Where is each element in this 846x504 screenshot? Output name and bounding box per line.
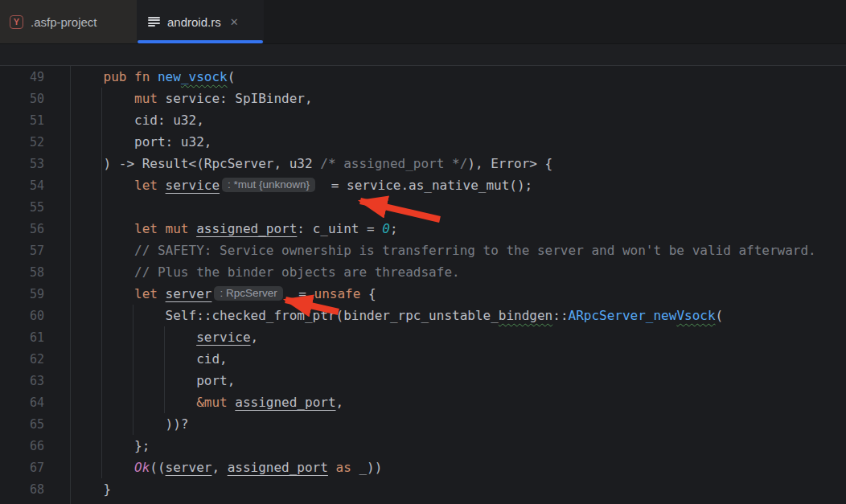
token [72,286,134,301]
line-number[interactable]: 61 [0,327,44,349]
token-number: 0 [382,221,390,236]
code-line[interactable]: 53 ) -> Result<(RpcServer, u32 /* assign… [0,153,846,174]
token-mutable-var: assigned_port [228,460,328,475]
token: = service.as_native_mut(); [323,178,532,193]
token: &mut [196,395,235,410]
sticky-header: 41impl RpcServer { [0,44,846,66]
token-mutable-var: service [196,330,250,345]
token: port: u32, [72,134,212,150]
code-line[interactable]: 65 ))? [0,413,846,435]
code-line[interactable]: 59 let server: RpcServer = unsafe { [0,283,846,305]
code-line[interactable]: 63 port, [0,370,846,391]
line-number[interactable]: 65 [0,414,44,436]
token: }; [72,438,150,453]
token: cid: u32, [72,113,204,128]
code-line[interactable]: 41impl RpcServer { [0,44,846,65]
token-typo-warning: _vsock [181,69,228,84]
token-comment: /* assigned_port */ [320,156,467,171]
token-mutable-var: assigned_port [235,395,335,410]
token: _)) [359,460,382,475]
token: as [328,460,359,475]
token: port, [72,373,235,388]
close-icon[interactable]: ✕ [230,17,239,27]
line-number[interactable]: 67 [0,457,44,479]
line-number[interactable]: 58 [0,262,44,284]
line-number[interactable]: 50 [0,88,44,110]
token-mutable-var: service [166,178,220,193]
code-line[interactable]: 68 } [0,478,846,500]
line-number[interactable]: 51 [0,110,44,132]
line-number[interactable]: 49 [0,67,44,88]
code-line[interactable]: 55 [0,196,846,218]
token [72,91,134,106]
line-number[interactable]: 64 [0,392,44,414]
token: let [134,178,166,193]
code-line[interactable]: 62 cid, [0,348,846,370]
ide-window: Y .asfp-project android.rs ✕ 41impl RpcS… [0,0,846,504]
line-number[interactable]: 62 [0,349,44,371]
token: :: [552,308,568,323]
token: cid, [72,351,228,367]
line-number[interactable]: 66 [0,436,44,457]
token: ), Error> { [467,156,552,171]
token: , [336,395,344,410]
token-mutable-var: assigned_port [196,221,297,236]
code-line[interactable]: 56 let mut assigned_port: c_uint = 0; [0,218,846,240]
token [72,330,196,345]
code-line[interactable]: 58 // Plus the binder objects are thread… [0,261,846,283]
token: ) -> Result<(RpcServer, u32 [72,156,320,171]
token-enum-variant: Ok [134,460,150,475]
line-number[interactable]: 68 [0,479,44,501]
code-line[interactable]: 52 port: u32, [0,131,846,153]
line-number[interactable]: 60 [0,305,44,327]
code-line[interactable]: 50 mut service: SpIBinder, [0,88,846,109]
line-number[interactable]: 56 [0,219,44,240]
code-line[interactable]: 64 &mut assigned_port, [0,391,846,413]
token [72,460,134,475]
token-comment: // SAFETY: Service ownership is transfer… [72,243,816,258]
code-line[interactable]: 49 pub fn new_vsock( [0,66,846,88]
token-comment: // Plus the binder objects are threadsaf… [72,264,460,280]
code-line[interactable]: 61 service, [0,326,846,348]
token: ))? [72,416,189,432]
token [72,69,104,84]
token: let mut [134,221,196,236]
token: (( [150,460,165,475]
line-number[interactable]: 55 [0,197,44,219]
line-number[interactable]: 59 [0,284,44,305]
token: : c_uint = [297,221,382,236]
token: = [291,286,314,301]
code-line[interactable]: 57 // SAFETY: Service ownership is trans… [0,240,846,261]
token: service: SpIBinder, [166,91,313,106]
line-number[interactable]: 53 [0,154,44,175]
line-number[interactable]: 63 [0,371,44,392]
token-mutable-var: server [166,460,212,475]
project-tab[interactable]: Y .asfp-project [0,0,137,43]
token [72,178,134,193]
token [72,221,134,236]
project-file-type-icon: Y [10,15,23,29]
token: mut [134,91,166,106]
token: Self::checked_from_ptr(binder_rpc_unstab… [72,308,499,323]
tab-bar: Y .asfp-project android.rs ✕ [0,0,846,44]
token: new [158,69,181,84]
token: ; [390,221,398,236]
line-number[interactable]: 57 [0,240,44,262]
token: ( [716,308,724,323]
file-icon [148,17,160,27]
line-number[interactable]: 52 [0,132,44,154]
code-editor[interactable]: 49 pub fn new_vsock( 50 mut service: SpI… [0,66,846,504]
type-hint-inlay[interactable]: : *mut {unknown} [222,178,315,192]
code-line[interactable]: 51 cid: u32, [0,109,846,131]
editor-tab-android-rs[interactable]: android.rs ✕ [137,0,264,43]
code-line[interactable]: 66 }; [0,435,846,457]
line-number[interactable]: 54 [0,175,44,197]
token-typo-warning: bindgen [499,308,552,323]
code-line[interactable]: 54 let service: *mut {unknown} = service… [0,174,846,196]
code-line[interactable]: 60 Self::checked_from_ptr(binder_rpc_uns… [0,305,846,326]
token-mutable-var: server [166,286,212,301]
type-hint-inlay[interactable]: : RpcServer [214,286,282,301]
token: } [72,481,111,497]
token: unsafe [314,286,361,301]
code-line[interactable]: 67 Ok((server, assigned_port as _)) [0,457,846,478]
